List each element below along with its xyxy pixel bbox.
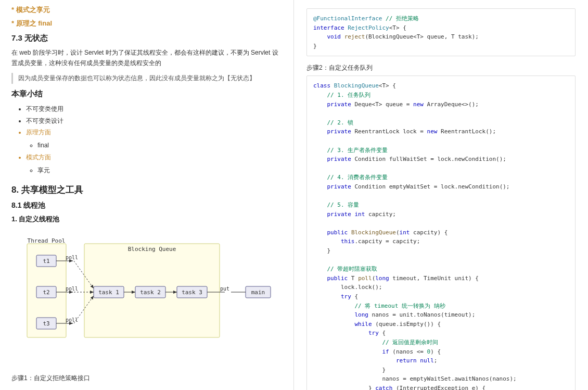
summary-item-link[interactable]: 原理方面 final bbox=[26, 127, 284, 152]
summary-list: 不可变类使用 不可变类设计 原理方面 final 模式方面 享元 bbox=[11, 103, 284, 177]
pool-title: Thread Pool bbox=[28, 238, 66, 244]
node-t1: t1 bbox=[43, 258, 49, 265]
heading-custom-pool: 1. 自定义线程池 bbox=[11, 215, 284, 224]
left-column: * 模式之享元 * 原理之 final 7.3 无状态 在 web 阶段学习时，… bbox=[0, 0, 294, 390]
summary-item: 不可变类使用 bbox=[26, 103, 284, 115]
heading-summary: 本章小结 bbox=[11, 89, 284, 99]
right-column: @FunctionalInterface // 拒绝策略 interface R… bbox=[294, 0, 588, 390]
link-final[interactable]: * 原理之 final bbox=[11, 19, 284, 28]
summary-item: 不可变类设计 bbox=[26, 115, 284, 127]
heading-8-1: 8.1 线程池 bbox=[11, 201, 284, 210]
summary-item-label: 模式方面 bbox=[26, 154, 51, 161]
node-t2: t2 bbox=[43, 289, 49, 296]
code-blocking-queue: class BlockingQueue<T> { // 1. 任务队列 priv… bbox=[306, 76, 576, 390]
svg-text:poll: poll bbox=[66, 255, 78, 260]
node-task2: task 2 bbox=[140, 289, 161, 296]
summary-item-link[interactable]: 模式方面 享元 bbox=[26, 152, 284, 177]
svg-text:put: put bbox=[220, 286, 229, 292]
thread-pool-diagram: Thread Pool t1 t2 t3 Blocking Queue task… bbox=[11, 238, 282, 353]
heading-8: 8. 共享模型之工具 bbox=[11, 184, 284, 196]
summary-item-label: 原理方面 bbox=[26, 129, 51, 136]
heading-7-3: 7.3 无状态 bbox=[11, 33, 284, 43]
node-task1: task 1 bbox=[98, 289, 119, 296]
step-2-label: 步骤2：自定义任务队列 bbox=[306, 64, 576, 72]
node-task3: task 3 bbox=[182, 289, 202, 296]
node-t3: t3 bbox=[43, 320, 49, 327]
node-main: main bbox=[251, 289, 265, 296]
summary-subitem: final bbox=[37, 140, 284, 152]
summary-subitem: 享元 bbox=[37, 165, 284, 177]
code-reject-policy: @FunctionalInterface // 拒绝策略 interface R… bbox=[306, 8, 576, 56]
queue-title: Blocking Queue bbox=[128, 246, 176, 253]
link-flyweight[interactable]: * 模式之享元 bbox=[11, 5, 284, 15]
svg-text:poll: poll bbox=[66, 286, 78, 292]
quote-7-3: 因为成员变量保存的数据也可以称为状态信息，因此没有成员变量就称之为【无状态】 bbox=[11, 73, 284, 84]
step-1-label: 步骤1：自定义拒绝策略接口 bbox=[11, 374, 284, 383]
para-7-3: 在 web 阶段学习时，设计 Servlet 时为了保证其线程安全，都会有这样的… bbox=[11, 47, 284, 69]
